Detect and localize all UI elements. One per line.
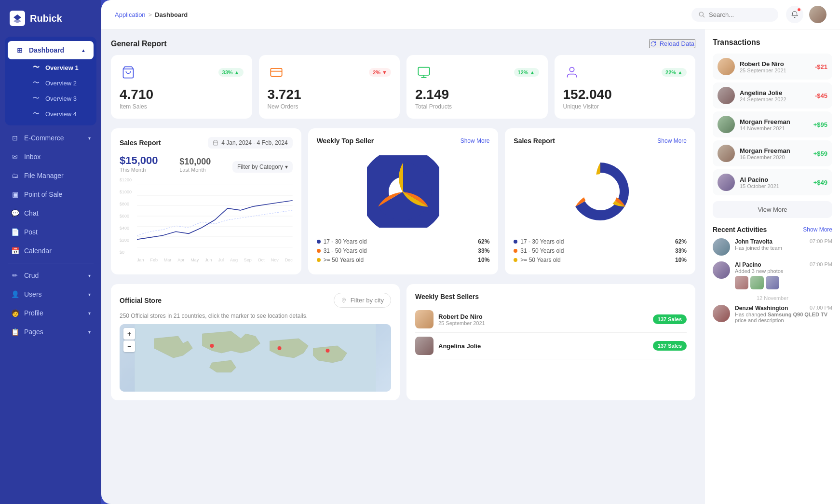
activity-body-0: John Travolta 07:00 PM Has joined the te… <box>735 238 832 256</box>
top-seller-show-more[interactable]: Show More <box>461 137 490 144</box>
recent-activities-header: Recent Activities Show More <box>713 226 832 233</box>
trans-amount-1: -$45 <box>815 92 827 99</box>
dashboard-icon: ⊞ <box>15 46 24 54</box>
crud-icon: ✏ <box>11 271 19 280</box>
unique-visitor-label: Unique Visitor <box>563 103 687 110</box>
weekly-top-seller-card: Weekly Top Seller Show More <box>308 128 499 274</box>
breadcrumb-link[interactable]: Application <box>115 11 146 18</box>
sidebar-item-overview2[interactable]: 〜 Overview 2 <box>26 75 96 91</box>
activity-time-3: 07:00 PM <box>810 305 832 312</box>
filter-city-input[interactable]: Filter by city <box>334 293 391 308</box>
trans-info-1: Angelina Jolie 24 September 2022 <box>740 89 786 102</box>
donut-legend: 17 - 30 Years old 62% 31 - 50 Years old … <box>514 238 687 263</box>
stat-card-top: 2% ▼ <box>268 64 392 81</box>
overview3-icon: 〜 <box>32 94 41 103</box>
sidebar-item-crud[interactable]: ✏ Crud ▾ <box>3 266 98 285</box>
sidebar-item-chat[interactable]: 💬 Chat <box>3 204 98 222</box>
view-more-button[interactable]: View More <box>713 201 832 218</box>
weekly-best-sellers-card: Weekly Best Sellers Robert De Niro 25 Se… <box>406 284 695 400</box>
svg-rect-6 <box>418 68 429 75</box>
cart-icon <box>120 64 137 81</box>
sidebar-sub-menu: 〜 Overview 1 〜 Overview 2 〜 Overview 3 〜… <box>5 60 96 122</box>
sidebar-item-overview3[interactable]: 〜 Overview 3 <box>26 91 96 106</box>
bell-icon <box>791 11 799 18</box>
activity-text-1: Added 3 new photos <box>735 268 832 274</box>
content-area: General Report Reload Data 33% ▲ 4.7 <box>101 29 840 504</box>
new-orders-badge: 2% ▼ <box>369 68 391 77</box>
location-icon <box>341 298 347 303</box>
sidebar-item-dashboard[interactable]: ⊞ Dashboard ▲ <box>8 41 94 59</box>
user-avatar[interactable] <box>809 6 826 23</box>
breadcrumb-current: Dashboard <box>155 11 188 18</box>
activity-body-3: Denzel Washington 07:00 PM Has changed S… <box>735 305 832 323</box>
trans-avatar-0 <box>718 58 735 75</box>
crud-chevron: ▾ <box>88 273 91 278</box>
top-seller-header: Weekly Top Seller Show More <box>317 137 490 145</box>
svg-point-17 <box>583 174 618 209</box>
sidebar-item-post[interactable]: 📄 Post <box>3 223 98 241</box>
logo-icon <box>10 11 25 26</box>
trans-item-0: Robert De Niro 25 September 2021 -$21 <box>713 54 832 80</box>
total-products-label: Total Products <box>415 103 539 110</box>
filter-cat-chevron: ▾ <box>285 163 288 170</box>
sidebar-item-users[interactable]: 👤 Users ▾ <box>3 285 98 303</box>
sales-report-donut-card: Sales Report Show More <box>505 128 695 274</box>
seller-badge-0: 137 Sales <box>653 314 687 324</box>
svg-point-7 <box>569 68 574 72</box>
activity-photo-2 <box>766 276 779 289</box>
notification-dot <box>797 8 801 12</box>
right-panel: Transactions Robert De Niro 25 September… <box>705 29 840 504</box>
reload-data-button[interactable]: Reload Data <box>649 39 695 48</box>
trans-name-4: Al Pacino <box>740 176 779 183</box>
seller-item-0: Robert De Niro 25 September 2021 137 Sal… <box>415 306 687 333</box>
sidebar-item-inbox[interactable]: ✉ Inbox <box>3 148 98 166</box>
sidebar-dashboard-label: Dashboard <box>29 46 76 54</box>
sales-donut-show-more[interactable]: Show More <box>657 137 687 144</box>
users-icon: 👤 <box>11 290 19 299</box>
notification-button[interactable] <box>786 6 803 23</box>
total-products-badge: 12% ▲ <box>514 68 539 77</box>
trans-avatar-3 <box>718 145 735 162</box>
overview2-icon: 〜 <box>32 79 41 87</box>
new-orders-label: New Orders <box>268 103 392 110</box>
search-input[interactable] <box>709 11 767 18</box>
sidebar-item-pointofsale[interactable]: ▣ Point of Sale <box>3 185 98 204</box>
profile-chevron: ▾ <box>88 311 91 316</box>
sidebar-item-ecommerce[interactable]: ⊡ E-Commerce ▾ <box>3 129 98 147</box>
pie-legend: 17 - 30 Years old 62% 31 - 50 Years old … <box>317 238 490 263</box>
map-container: + − <box>120 324 391 392</box>
sidebar-item-calendar[interactable]: 📅 Calendar <box>3 242 98 260</box>
app-logo: Rubick <box>0 0 101 37</box>
activity-avatar-1 <box>713 261 730 279</box>
donut-legend-senior: >= 50 Years old 10% <box>514 257 687 263</box>
item-sales-badge: 33% ▲ <box>218 68 244 77</box>
breadcrumb: Application > Dashboard <box>115 11 684 18</box>
trans-name-2: Morgan Freeman <box>740 118 790 125</box>
filter-category-button[interactable]: Filter by Category ▾ <box>232 161 293 173</box>
sidebar-item-profile[interactable]: 🧑 Profile ▾ <box>3 304 98 322</box>
last-month-value: $10,000 <box>179 157 211 167</box>
sidebar-item-filemanager[interactable]: 🗂 File Manager <box>3 166 98 185</box>
sidebar-item-overview1[interactable]: 〜 Overview 1 <box>26 60 96 75</box>
line-chart-container: $1200$1000$800$600$400$200$0 <box>120 177 293 262</box>
this-month-block: $15,000 This Month <box>120 154 158 173</box>
charts-row: Sales Report 4 Jan, 2024 - 4 Feb, 2024 $… <box>111 128 695 274</box>
recent-show-more[interactable]: Show More <box>803 226 832 233</box>
trans-item-4: Al Pacino 15 October 2021 +$49 <box>713 169 832 195</box>
trans-amount-3: +$59 <box>813 150 827 157</box>
search-box <box>691 8 778 22</box>
sidebar-item-overview4[interactable]: 〜 Overview 4 <box>26 106 96 122</box>
reload-icon <box>650 41 657 47</box>
map-zoom-out[interactable]: − <box>123 341 135 352</box>
sidebar-item-pages[interactable]: 📋 Pages ▾ <box>3 323 98 341</box>
trans-amount-2: +$95 <box>813 121 827 128</box>
item-sales-value: 4.710 <box>120 87 244 102</box>
sidebar-main-menu: ⊡ E-Commerce ▾ ✉ Inbox 🗂 File Manager ▣ … <box>0 128 101 341</box>
chat-icon: 💬 <box>11 209 19 218</box>
seller-info-0: Robert De Niro 25 September 2021 <box>438 313 648 326</box>
pie-chart-container <box>317 150 490 232</box>
map-zoom-in[interactable]: + <box>123 328 135 340</box>
activity-name-0: John Travolta <box>735 238 772 245</box>
y-axis-labels: $1200$1000$800$600$400$200$0 <box>120 177 137 255</box>
chart-meta: $15,000 This Month $10,000 Last Month Fi… <box>120 154 293 173</box>
